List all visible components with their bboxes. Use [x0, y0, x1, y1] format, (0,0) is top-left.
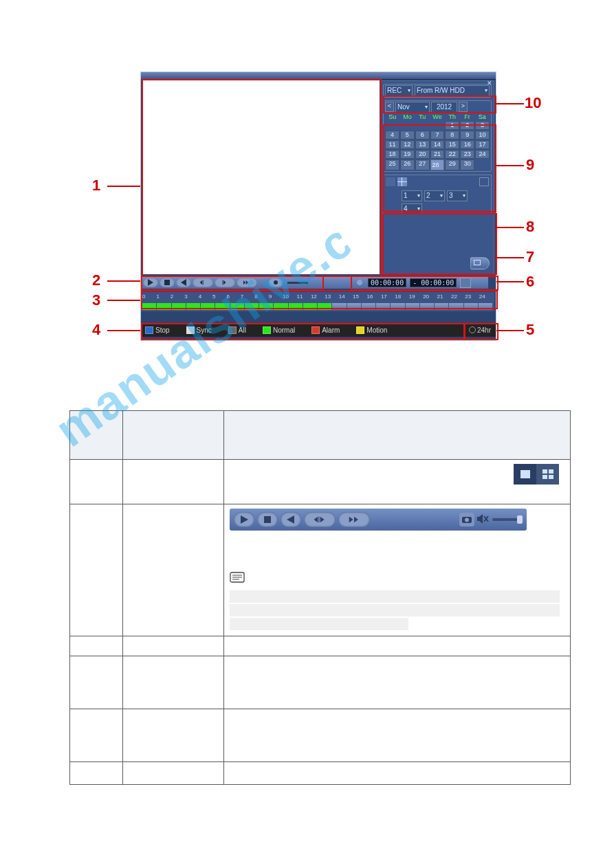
- header-desc: [224, 411, 571, 460]
- svg-rect-2: [520, 470, 530, 478]
- callout-box-9: [383, 124, 496, 212]
- callout-box-10: [383, 96, 496, 113]
- cell-desc: [224, 656, 571, 709]
- callout-box-6: [351, 276, 498, 291]
- callout-6: 6: [526, 273, 534, 291]
- callout-4: 4: [92, 321, 100, 339]
- cell-func: [123, 504, 224, 636]
- cell-func: [123, 762, 224, 785]
- volume-slider[interactable]: [492, 518, 523, 521]
- header-no: [70, 411, 123, 460]
- svg-rect-5: [542, 475, 547, 479]
- cell-no: [70, 762, 123, 785]
- rec-type-label: REC: [387, 86, 402, 96]
- leader-7: [495, 257, 524, 258]
- callout-1: 1: [92, 177, 100, 194]
- header-func: [123, 411, 224, 460]
- table-row: [70, 636, 571, 656]
- callout-3: 3: [92, 291, 100, 309]
- table-row: [70, 709, 571, 762]
- callout-7: 7: [526, 248, 534, 266]
- callout-box-3: [141, 290, 498, 309]
- close-icon[interactable]: ✕: [487, 80, 492, 87]
- leader-6: [496, 281, 524, 282]
- snapshot-button[interactable]: [459, 513, 474, 526]
- callout-box-4: [141, 323, 465, 340]
- view-switch-icon: [514, 464, 559, 485]
- calendar-dow: SuMoTuWeThFrSa: [385, 113, 490, 120]
- chevron-down-icon: ▾: [408, 86, 410, 96]
- leader-8: [495, 227, 524, 228]
- cell-func: [123, 709, 224, 762]
- embedded-control-bar: [230, 509, 527, 531]
- callout-9: 9: [526, 156, 534, 174]
- leader-3: [107, 300, 140, 301]
- callout-5: 5: [526, 321, 534, 339]
- play-button[interactable]: [234, 512, 254, 527]
- description-table: [69, 410, 571, 785]
- note-icon: [230, 572, 245, 584]
- cell-desc: [224, 460, 571, 504]
- svg-point-9: [465, 518, 469, 522]
- leader-10: [495, 103, 524, 104]
- table-row: [70, 460, 571, 504]
- device-select[interactable]: From R/W HDD▾: [415, 85, 490, 96]
- single-view-icon[interactable]: [514, 464, 536, 485]
- table-row: [70, 656, 571, 709]
- cell-func: [123, 656, 224, 709]
- frame-back-button[interactable]: [304, 512, 336, 527]
- stop-button[interactable]: [257, 512, 278, 527]
- callout-box-1: [142, 79, 382, 277]
- leader-2: [107, 280, 140, 282]
- svg-rect-4: [549, 469, 553, 474]
- slow-fast-button[interactable]: [338, 512, 370, 527]
- mute-icon[interactable]: [477, 514, 490, 526]
- cell-no: [70, 460, 123, 504]
- cell-no: [70, 504, 123, 636]
- callout-2: 2: [92, 271, 100, 289]
- reverse-button[interactable]: [281, 512, 301, 527]
- leader-4: [107, 330, 140, 331]
- leader-5: [496, 330, 524, 331]
- table-row: [70, 762, 571, 785]
- table-row: [70, 504, 571, 636]
- chevron-down-icon: ▾: [485, 86, 487, 96]
- cell-no: [70, 656, 123, 709]
- cell-no: [70, 709, 123, 762]
- callout-box-2: [141, 276, 324, 291]
- callout-8: 8: [526, 218, 534, 236]
- svg-rect-6: [549, 475, 553, 479]
- leader-9: [495, 165, 524, 166]
- cell-desc: [224, 636, 571, 656]
- callout-box-7-8: [382, 213, 497, 275]
- callout-box-5: [464, 323, 498, 340]
- svg-rect-7: [264, 516, 271, 523]
- quad-view-icon[interactable]: [536, 464, 559, 485]
- cell-desc: [224, 762, 571, 785]
- cell-desc: [224, 504, 571, 636]
- rec-type-select[interactable]: REC▾: [385, 85, 413, 96]
- device-label: From R/W HDD: [417, 86, 465, 96]
- cell-func: [123, 636, 224, 656]
- svg-rect-3: [542, 469, 547, 474]
- callout-10: 10: [525, 94, 541, 112]
- cell-desc: [224, 709, 571, 762]
- cell-func: [123, 460, 224, 504]
- cell-no: [70, 636, 123, 656]
- leader-1: [107, 186, 140, 187]
